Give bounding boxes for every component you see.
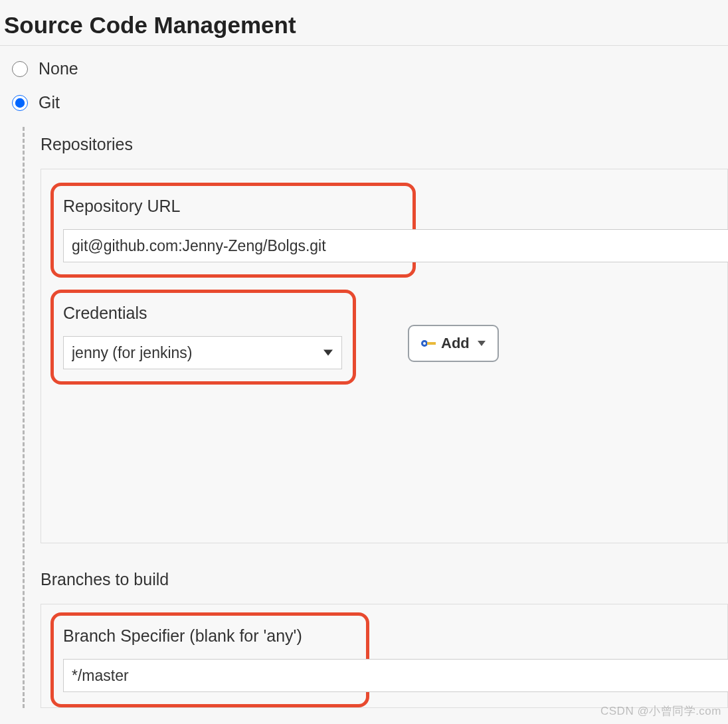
add-button-label: Add: [441, 335, 470, 352]
chevron-down-icon: [478, 341, 486, 346]
repository-url-label: Repository URL: [63, 197, 403, 216]
credentials-select[interactable]: jenny (for jenkins): [63, 336, 342, 369]
highlight-repository-url: Repository URL: [50, 183, 416, 278]
radio-none[interactable]: [12, 61, 28, 77]
add-credentials-button[interactable]: Add: [408, 325, 499, 362]
branch-specifier-input[interactable]: [63, 659, 728, 692]
repository-url-input[interactable]: [63, 229, 728, 262]
radio-none-label: None: [39, 59, 78, 78]
scm-option-none[interactable]: None: [12, 59, 728, 78]
branches-heading: Branches to build: [41, 570, 728, 589]
key-icon: [421, 338, 436, 349]
repositories-panel: Repository URL Credentials jenny (for je…: [41, 169, 728, 543]
scm-option-git[interactable]: Git: [12, 93, 728, 112]
git-config-rail: Repositories Repository URL Credentials …: [23, 127, 728, 708]
scm-radio-group: None Git Repositories Repository URL Cre…: [0, 46, 728, 708]
credentials-label: Credentials: [63, 304, 343, 323]
branch-specifier-label: Branch Specifier (blank for 'any'): [63, 626, 357, 646]
highlight-branch-specifier: Branch Specifier (blank for 'any'): [50, 612, 369, 707]
section-title: Source Code Management: [0, 0, 728, 46]
branches-panel: Branch Specifier (blank for 'any'): [41, 604, 728, 708]
highlight-credentials: Credentials jenny (for jenkins): [50, 290, 356, 385]
repositories-heading: Repositories: [41, 135, 728, 154]
radio-git[interactable]: [12, 95, 28, 111]
radio-git-label: Git: [39, 93, 60, 112]
credentials-row: Credentials jenny (for jenkins) Add: [50, 290, 727, 397]
